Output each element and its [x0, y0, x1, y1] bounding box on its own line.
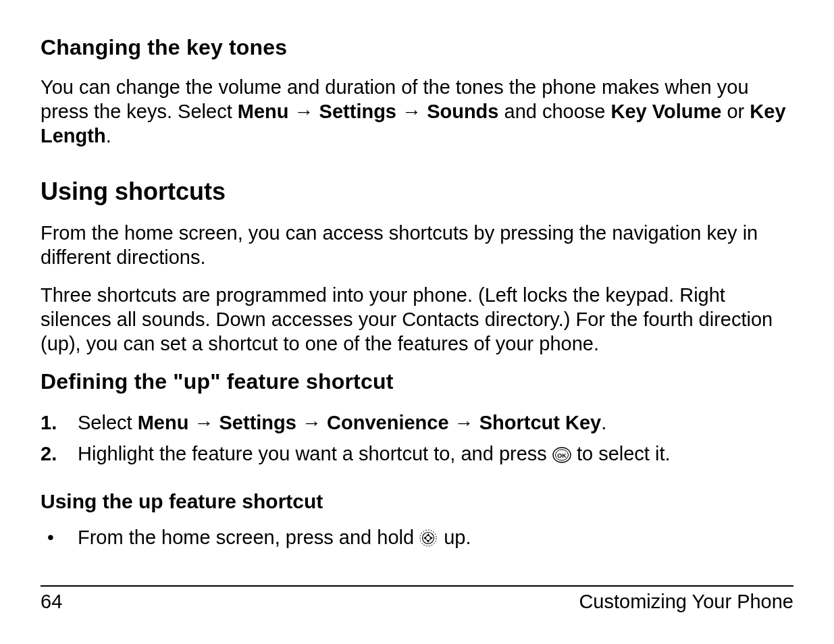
text: up.: [438, 527, 471, 548]
menu-path-menu: Menu: [238, 101, 289, 122]
step-1: Select Menu → Settings → Convenience → S…: [41, 409, 793, 436]
text: to select it.: [571, 443, 671, 464]
manual-page: Changing the key tones You can change th…: [0, 0, 834, 644]
nav-key-icon: [419, 527, 438, 543]
page-number: 64: [41, 591, 62, 613]
bullet-list: From the home screen, press and hold up.: [41, 524, 793, 551]
ok-button-icon: OK: [552, 443, 571, 459]
bullet-1: From the home screen, press and hold up.: [41, 524, 793, 551]
step-2: Highlight the feature you want a shortcu…: [41, 440, 793, 467]
heading-using-shortcuts: Using shortcuts: [41, 178, 793, 206]
text: or: [727, 101, 750, 122]
para-key-tones: You can change the volume and duration o…: [41, 75, 793, 148]
heading-using-up-shortcut: Using the up feature shortcut: [41, 490, 793, 513]
text: Select: [78, 412, 138, 433]
text: .: [601, 412, 606, 433]
arrow-icon: →: [294, 101, 319, 122]
arrow-icon: →: [194, 412, 219, 433]
heading-defining-up-shortcut: Defining the "up" feature shortcut: [41, 369, 793, 394]
text: and choose: [504, 101, 611, 122]
arrow-icon: →: [402, 101, 427, 122]
menu-path-menu: Menu: [138, 412, 189, 433]
svg-point-5: [426, 536, 431, 541]
option-key-volume: Key Volume: [611, 101, 722, 122]
heading-changing-key-tones: Changing the key tones: [41, 35, 793, 60]
page-footer: 64 Customizing Your Phone: [41, 585, 793, 613]
menu-path-shortcut-key: Shortcut Key: [479, 412, 601, 433]
para-shortcuts-2: Three shortcuts are programmed into your…: [41, 283, 793, 356]
footer-title: Customizing Your Phone: [579, 591, 793, 613]
svg-text:OK: OK: [557, 452, 567, 459]
text: From the home screen, press and hold: [78, 527, 419, 548]
menu-path-settings: Settings: [219, 412, 296, 433]
arrow-icon: →: [454, 412, 479, 433]
steps-list: Select Menu → Settings → Convenience → S…: [41, 409, 793, 467]
para-shortcuts-1: From the home screen, you can access sho…: [41, 221, 793, 269]
menu-path-convenience: Convenience: [327, 412, 449, 433]
arrow-icon: →: [302, 412, 327, 433]
text: .: [106, 125, 111, 146]
text: Highlight the feature you want a shortcu…: [78, 443, 552, 464]
menu-path-sounds: Sounds: [427, 101, 498, 122]
menu-path-settings: Settings: [319, 101, 396, 122]
